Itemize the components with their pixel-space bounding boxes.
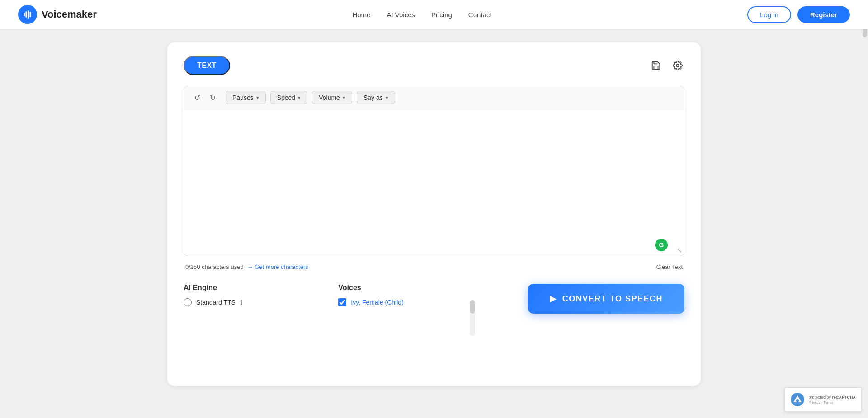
say-as-label: Say as	[363, 94, 383, 101]
svg-rect-0	[24, 13, 25, 16]
ai-engine-section: AI Engine Standard TTS ℹ	[184, 284, 320, 311]
info-icon[interactable]: ℹ	[240, 299, 242, 306]
convert-section: ▶ CONVERT TO SPEECH	[493, 284, 684, 315]
convert-to-speech-button[interactable]: ▶ CONVERT TO SPEECH	[528, 284, 684, 314]
recaptcha-text-wrap: protected by reCAPTCHA Privacy · Terms	[808, 395, 856, 404]
save-button[interactable]	[649, 59, 663, 72]
volume-dropdown[interactable]: Volume ▾	[312, 91, 352, 104]
voices-scroll: Ivy, Female (Child)	[338, 298, 475, 336]
editor-box: ↺ ↻ Pauses ▾ Speed ▾ Volume ▾	[184, 86, 684, 256]
voice-checkbox[interactable]	[338, 298, 346, 306]
main-nav: Home AI Voices Pricing Contact	[352, 11, 491, 19]
resize-handle[interactable]: ⤡	[677, 247, 682, 254]
login-button[interactable]: Log in	[747, 6, 791, 23]
speed-dropdown[interactable]: Speed ▾	[270, 91, 307, 104]
volume-label: Volume	[319, 94, 340, 101]
grammarly-icon[interactable]: G	[655, 239, 668, 251]
text-area-wrap: G ⤡	[184, 109, 684, 256]
svg-rect-2	[28, 10, 29, 19]
card-header: TEXT	[184, 56, 684, 75]
play-icon: ▶	[550, 294, 557, 304]
logo-text: Voicemaker	[42, 9, 97, 20]
voice-item: Ivy, Female (Child)	[338, 298, 467, 306]
bottom-section: AI Engine Standard TTS ℹ Voices Ivy, Fem…	[184, 284, 684, 336]
get-more-link[interactable]: Get more characters	[247, 263, 308, 270]
main-card: TEXT	[167, 42, 701, 386]
standard-tts-label[interactable]: Standard TTS	[196, 299, 236, 306]
clear-text-button[interactable]: Clear Text	[656, 263, 683, 270]
standard-tts-radio[interactable]	[184, 298, 192, 306]
main-wrap: TEXT	[0, 29, 868, 395]
voices-scrollbar[interactable]	[470, 300, 475, 336]
svg-point-4	[676, 64, 679, 67]
char-count-row: 0/250 characters used Get more character…	[184, 261, 684, 273]
site-header: Voicemaker Home AI Voices Pricing Contac…	[0, 0, 868, 29]
svg-rect-3	[30, 12, 31, 17]
logo-link[interactable]: Voicemaker	[18, 5, 97, 24]
card-header-icons	[649, 59, 684, 72]
settings-button[interactable]	[671, 59, 684, 72]
svg-point-6	[796, 399, 799, 402]
text-mode-button[interactable]: TEXT	[184, 56, 230, 75]
recaptcha-links[interactable]: Privacy · Terms	[808, 400, 856, 404]
text-input[interactable]	[184, 109, 684, 254]
say-as-dropdown[interactable]: Say as ▾	[357, 91, 395, 104]
nav-contact[interactable]: Contact	[468, 11, 492, 19]
recaptcha-protected-text: protected by reCAPTCHA	[808, 395, 856, 400]
nav-pricing[interactable]: Pricing	[431, 11, 452, 19]
recaptcha-badge: protected by reCAPTCHA Privacy · Terms	[784, 387, 862, 412]
header-actions: Log in Register	[747, 6, 850, 23]
recaptcha-logo-icon	[790, 392, 805, 407]
say-as-arrow: ▾	[386, 95, 388, 101]
redo-button[interactable]: ↻	[206, 91, 219, 104]
pauses-label: Pauses	[232, 94, 254, 101]
page-scrollbar[interactable]	[862, 0, 868, 418]
voices-label: Voices	[338, 284, 475, 292]
speed-label: Speed	[277, 94, 295, 101]
voices-section: Voices Ivy, Female (Child)	[338, 284, 475, 336]
register-button[interactable]: Register	[797, 6, 850, 23]
volume-arrow: ▾	[343, 95, 345, 101]
pauses-dropdown[interactable]: Pauses ▾	[226, 91, 266, 104]
char-count: 0/250 characters used	[185, 263, 244, 270]
nav-home[interactable]: Home	[352, 11, 370, 19]
convert-label: CONVERT TO SPEECH	[562, 294, 663, 304]
editor-toolbar: ↺ ↻ Pauses ▾ Speed ▾ Volume ▾	[184, 86, 684, 109]
engine-option-standard: Standard TTS ℹ	[184, 298, 320, 306]
voices-scrollbar-thumb	[470, 300, 475, 314]
toolbar-icons: ↺ ↻	[190, 91, 219, 104]
voices-list: Ivy, Female (Child)	[338, 298, 467, 310]
pauses-arrow: ▾	[256, 95, 259, 101]
svg-rect-1	[26, 11, 27, 18]
char-info: 0/250 characters used Get more character…	[185, 263, 308, 270]
undo-button[interactable]: ↺	[190, 91, 204, 104]
logo-icon	[18, 5, 37, 24]
voice-label[interactable]: Ivy, Female (Child)	[351, 299, 403, 306]
ai-engine-label: AI Engine	[184, 284, 320, 292]
nav-ai-voices[interactable]: AI Voices	[387, 11, 415, 19]
speed-arrow: ▾	[298, 95, 301, 101]
